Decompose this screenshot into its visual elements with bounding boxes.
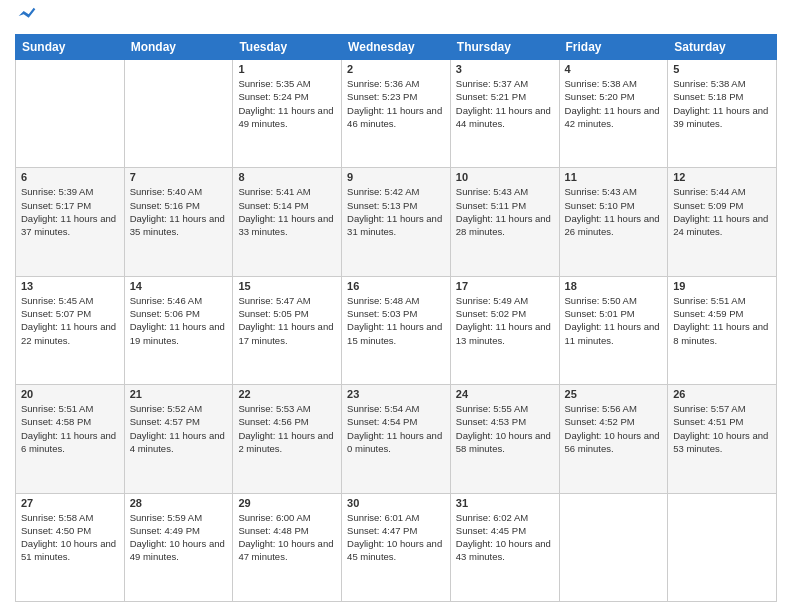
day-number: 23 xyxy=(347,388,445,400)
day-info: Sunrise: 5:42 AM Sunset: 5:13 PM Dayligh… xyxy=(347,185,445,238)
day-info: Sunrise: 5:43 AM Sunset: 5:10 PM Dayligh… xyxy=(565,185,663,238)
day-cell: 31Sunrise: 6:02 AM Sunset: 4:45 PM Dayli… xyxy=(450,493,559,601)
day-info: Sunrise: 6:00 AM Sunset: 4:48 PM Dayligh… xyxy=(238,511,336,564)
week-row-4: 20Sunrise: 5:51 AM Sunset: 4:58 PM Dayli… xyxy=(16,385,777,493)
day-info: Sunrise: 5:56 AM Sunset: 4:52 PM Dayligh… xyxy=(565,402,663,455)
day-cell xyxy=(16,60,125,168)
day-info: Sunrise: 5:41 AM Sunset: 5:14 PM Dayligh… xyxy=(238,185,336,238)
day-number: 4 xyxy=(565,63,663,75)
week-row-2: 6Sunrise: 5:39 AM Sunset: 5:17 PM Daylig… xyxy=(16,168,777,276)
day-cell: 6Sunrise: 5:39 AM Sunset: 5:17 PM Daylig… xyxy=(16,168,125,276)
day-number: 26 xyxy=(673,388,771,400)
day-cell: 7Sunrise: 5:40 AM Sunset: 5:16 PM Daylig… xyxy=(124,168,233,276)
day-number: 12 xyxy=(673,171,771,183)
day-number: 25 xyxy=(565,388,663,400)
day-info: Sunrise: 5:54 AM Sunset: 4:54 PM Dayligh… xyxy=(347,402,445,455)
day-info: Sunrise: 6:01 AM Sunset: 4:47 PM Dayligh… xyxy=(347,511,445,564)
day-cell: 26Sunrise: 5:57 AM Sunset: 4:51 PM Dayli… xyxy=(668,385,777,493)
day-cell xyxy=(668,493,777,601)
day-number: 11 xyxy=(565,171,663,183)
day-info: Sunrise: 5:39 AM Sunset: 5:17 PM Dayligh… xyxy=(21,185,119,238)
day-info: Sunrise: 5:50 AM Sunset: 5:01 PM Dayligh… xyxy=(565,294,663,347)
day-info: Sunrise: 5:44 AM Sunset: 5:09 PM Dayligh… xyxy=(673,185,771,238)
header xyxy=(15,10,777,26)
day-number: 6 xyxy=(21,171,119,183)
day-number: 5 xyxy=(673,63,771,75)
day-cell: 17Sunrise: 5:49 AM Sunset: 5:02 PM Dayli… xyxy=(450,276,559,384)
day-number: 2 xyxy=(347,63,445,75)
day-number: 28 xyxy=(130,497,228,509)
day-info: Sunrise: 5:43 AM Sunset: 5:11 PM Dayligh… xyxy=(456,185,554,238)
day-cell: 12Sunrise: 5:44 AM Sunset: 5:09 PM Dayli… xyxy=(668,168,777,276)
day-cell: 21Sunrise: 5:52 AM Sunset: 4:57 PM Dayli… xyxy=(124,385,233,493)
day-info: Sunrise: 6:02 AM Sunset: 4:45 PM Dayligh… xyxy=(456,511,554,564)
day-info: Sunrise: 5:53 AM Sunset: 4:56 PM Dayligh… xyxy=(238,402,336,455)
day-cell: 28Sunrise: 5:59 AM Sunset: 4:49 PM Dayli… xyxy=(124,493,233,601)
day-cell: 14Sunrise: 5:46 AM Sunset: 5:06 PM Dayli… xyxy=(124,276,233,384)
day-number: 22 xyxy=(238,388,336,400)
day-info: Sunrise: 5:46 AM Sunset: 5:06 PM Dayligh… xyxy=(130,294,228,347)
logo xyxy=(15,10,37,26)
day-number: 31 xyxy=(456,497,554,509)
day-cell: 20Sunrise: 5:51 AM Sunset: 4:58 PM Dayli… xyxy=(16,385,125,493)
calendar-table: SundayMondayTuesdayWednesdayThursdayFrid… xyxy=(15,34,777,602)
day-number: 9 xyxy=(347,171,445,183)
day-number: 10 xyxy=(456,171,554,183)
day-number: 16 xyxy=(347,280,445,292)
day-info: Sunrise: 5:48 AM Sunset: 5:03 PM Dayligh… xyxy=(347,294,445,347)
day-number: 1 xyxy=(238,63,336,75)
day-number: 18 xyxy=(565,280,663,292)
day-cell: 30Sunrise: 6:01 AM Sunset: 4:47 PM Dayli… xyxy=(342,493,451,601)
day-cell: 19Sunrise: 5:51 AM Sunset: 4:59 PM Dayli… xyxy=(668,276,777,384)
day-info: Sunrise: 5:38 AM Sunset: 5:20 PM Dayligh… xyxy=(565,77,663,130)
day-info: Sunrise: 5:55 AM Sunset: 4:53 PM Dayligh… xyxy=(456,402,554,455)
week-row-3: 13Sunrise: 5:45 AM Sunset: 5:07 PM Dayli… xyxy=(16,276,777,384)
weekday-header-row: SundayMondayTuesdayWednesdayThursdayFrid… xyxy=(16,35,777,60)
day-number: 17 xyxy=(456,280,554,292)
day-info: Sunrise: 5:38 AM Sunset: 5:18 PM Dayligh… xyxy=(673,77,771,130)
day-info: Sunrise: 5:35 AM Sunset: 5:24 PM Dayligh… xyxy=(238,77,336,130)
day-number: 14 xyxy=(130,280,228,292)
day-info: Sunrise: 5:45 AM Sunset: 5:07 PM Dayligh… xyxy=(21,294,119,347)
day-cell: 27Sunrise: 5:58 AM Sunset: 4:50 PM Dayli… xyxy=(16,493,125,601)
day-info: Sunrise: 5:47 AM Sunset: 5:05 PM Dayligh… xyxy=(238,294,336,347)
day-info: Sunrise: 5:36 AM Sunset: 5:23 PM Dayligh… xyxy=(347,77,445,130)
day-info: Sunrise: 5:37 AM Sunset: 5:21 PM Dayligh… xyxy=(456,77,554,130)
day-cell xyxy=(559,493,668,601)
day-info: Sunrise: 5:59 AM Sunset: 4:49 PM Dayligh… xyxy=(130,511,228,564)
day-number: 29 xyxy=(238,497,336,509)
day-number: 24 xyxy=(456,388,554,400)
logo-icon xyxy=(17,6,37,26)
day-cell: 10Sunrise: 5:43 AM Sunset: 5:11 PM Dayli… xyxy=(450,168,559,276)
week-row-5: 27Sunrise: 5:58 AM Sunset: 4:50 PM Dayli… xyxy=(16,493,777,601)
day-cell: 16Sunrise: 5:48 AM Sunset: 5:03 PM Dayli… xyxy=(342,276,451,384)
day-info: Sunrise: 5:49 AM Sunset: 5:02 PM Dayligh… xyxy=(456,294,554,347)
day-number: 3 xyxy=(456,63,554,75)
weekday-header-wednesday: Wednesday xyxy=(342,35,451,60)
day-info: Sunrise: 5:57 AM Sunset: 4:51 PM Dayligh… xyxy=(673,402,771,455)
day-number: 27 xyxy=(21,497,119,509)
day-number: 21 xyxy=(130,388,228,400)
day-number: 15 xyxy=(238,280,336,292)
day-number: 7 xyxy=(130,171,228,183)
day-cell: 18Sunrise: 5:50 AM Sunset: 5:01 PM Dayli… xyxy=(559,276,668,384)
day-cell: 8Sunrise: 5:41 AM Sunset: 5:14 PM Daylig… xyxy=(233,168,342,276)
day-cell: 2Sunrise: 5:36 AM Sunset: 5:23 PM Daylig… xyxy=(342,60,451,168)
day-cell: 23Sunrise: 5:54 AM Sunset: 4:54 PM Dayli… xyxy=(342,385,451,493)
day-cell: 24Sunrise: 5:55 AM Sunset: 4:53 PM Dayli… xyxy=(450,385,559,493)
week-row-1: 1Sunrise: 5:35 AM Sunset: 5:24 PM Daylig… xyxy=(16,60,777,168)
page: SundayMondayTuesdayWednesdayThursdayFrid… xyxy=(0,0,792,612)
day-number: 30 xyxy=(347,497,445,509)
day-number: 8 xyxy=(238,171,336,183)
day-cell: 15Sunrise: 5:47 AM Sunset: 5:05 PM Dayli… xyxy=(233,276,342,384)
day-number: 20 xyxy=(21,388,119,400)
day-info: Sunrise: 5:58 AM Sunset: 4:50 PM Dayligh… xyxy=(21,511,119,564)
weekday-header-sunday: Sunday xyxy=(16,35,125,60)
weekday-header-friday: Friday xyxy=(559,35,668,60)
day-cell: 22Sunrise: 5:53 AM Sunset: 4:56 PM Dayli… xyxy=(233,385,342,493)
day-cell xyxy=(124,60,233,168)
day-cell: 13Sunrise: 5:45 AM Sunset: 5:07 PM Dayli… xyxy=(16,276,125,384)
day-cell: 3Sunrise: 5:37 AM Sunset: 5:21 PM Daylig… xyxy=(450,60,559,168)
day-cell: 11Sunrise: 5:43 AM Sunset: 5:10 PM Dayli… xyxy=(559,168,668,276)
day-cell: 25Sunrise: 5:56 AM Sunset: 4:52 PM Dayli… xyxy=(559,385,668,493)
